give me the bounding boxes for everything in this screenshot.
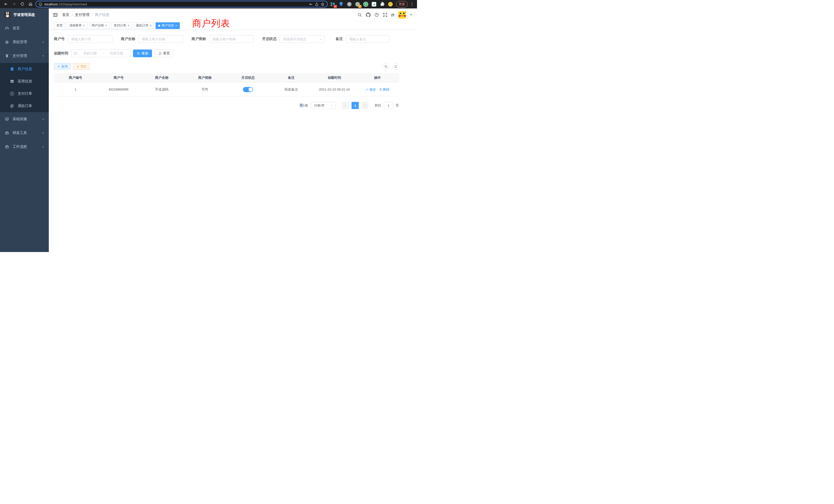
help-icon[interactable]: [374, 13, 379, 17]
filter-row-2: 创建时间 开始日期 - 结束日期 搜索 重置: [54, 49, 399, 57]
toggle-search-icon-button[interactable]: [382, 63, 389, 70]
user-avatar[interactable]: [398, 11, 406, 19]
start-date-placeholder[interactable]: 开始日期: [78, 51, 102, 56]
close-icon[interactable]: ×: [105, 24, 107, 27]
sidebar-item-home[interactable]: 首页: [0, 21, 49, 35]
command-glyph: ⌘: [348, 3, 351, 6]
field-label: 商户简称: [192, 37, 206, 41]
page-info-icon[interactable]: [39, 2, 42, 6]
extension-vault-icon[interactable]: 10: [330, 2, 336, 7]
filter-status: 开启状态: [262, 35, 325, 43]
end-date-placeholder[interactable]: 结束日期: [105, 51, 128, 56]
password-key-icon[interactable]: [309, 2, 313, 6]
table-tools: [382, 63, 399, 70]
sidebar-item-label: 工作流程: [13, 144, 27, 149]
tab-label: 流程表单: [69, 23, 82, 28]
extension-command-icon[interactable]: ⌘: [347, 2, 352, 7]
sidebar-item-system-management[interactable]: ⚙ 系统管理: [0, 35, 49, 49]
briefcase-icon: [5, 145, 9, 149]
remark-input[interactable]: [346, 35, 390, 43]
page-number-1[interactable]: 1: [352, 102, 359, 109]
extensions-puzzle-icon[interactable]: [379, 2, 385, 7]
goto-page-input[interactable]: [384, 102, 393, 109]
url-host: localhost: [44, 2, 58, 6]
browser-back-button[interactable]: [3, 1, 9, 7]
chrome-update-button[interactable]: 更新: [396, 1, 408, 7]
tab-payment-order[interactable]: 支付订单×: [111, 22, 132, 29]
close-icon[interactable]: ×: [83, 24, 85, 27]
tab-label: 退款订单: [136, 23, 148, 28]
sidebar-item-infrastructure[interactable]: 基础设施: [0, 112, 49, 126]
extension-v-icon[interactable]: V: [363, 2, 369, 7]
breadcrumb-section[interactable]: 支付管理: [75, 13, 89, 17]
sidebar-item-payment-management[interactable]: ¥ 支付管理: [0, 49, 49, 63]
font-size-icon[interactable]: tT: [391, 13, 394, 17]
sidebar-logo[interactable]: 芋道管理系统: [0, 8, 49, 21]
search-button-label: 搜索: [141, 51, 148, 56]
add-button[interactable]: 新增: [54, 63, 71, 70]
close-icon[interactable]: ×: [175, 24, 177, 27]
full-name-input[interactable]: [138, 35, 183, 43]
merchant-no-input[interactable]: [68, 35, 113, 43]
tab-refund-order[interactable]: 退款订单×: [133, 22, 154, 29]
tab-user-group[interactable]: 用户分组×: [89, 22, 110, 29]
cell-actions: 修改 删除: [356, 87, 399, 92]
browser-forward-button[interactable]: [11, 1, 18, 7]
close-icon[interactable]: ×: [127, 24, 129, 27]
prev-page-button[interactable]: [342, 102, 349, 109]
tab-process-form[interactable]: 流程表单×: [67, 22, 88, 29]
store-icon: [10, 67, 14, 71]
browser-home-button[interactable]: [27, 1, 34, 7]
extension-balloon-icon[interactable]: [338, 2, 344, 7]
page-unit-label: 页: [396, 103, 399, 108]
fullscreen-icon[interactable]: [383, 13, 388, 17]
delete-link-label: 删除: [383, 87, 390, 92]
extension-chat-icon[interactable]: [371, 2, 377, 7]
reset-button[interactable]: 重置: [155, 49, 174, 57]
sidebar-item-merchant-info[interactable]: 商户信息: [0, 63, 49, 75]
filter-merchant-no: 商户号: [54, 35, 113, 43]
v-glyph: V: [365, 3, 367, 6]
merchant-table: 商户编号 商户号 商户全称 商户简称 开启状态 备注 创建时间 操作 1 M23…: [54, 73, 399, 97]
sidebar-item-dev-tools[interactable]: 研发工具: [0, 126, 49, 140]
breadcrumb-home[interactable]: 首页: [62, 13, 69, 17]
toolbox-icon: [5, 131, 9, 135]
sidebar-item-app-info[interactable]: 应用信息: [0, 75, 49, 88]
export-button[interactable]: 导出: [73, 63, 90, 70]
extension-proxy-icon[interactable]: 1: [355, 2, 360, 7]
tab-label: 用户分组: [92, 23, 104, 28]
total-prefix: 共: [300, 104, 303, 107]
url-text: localhost:1024/pay/merchant: [44, 2, 307, 6]
cell-short-name: 芋艿: [183, 87, 226, 92]
refresh-icon-button[interactable]: [392, 63, 399, 70]
short-name-input[interactable]: [209, 35, 254, 43]
share-icon[interactable]: [315, 2, 319, 6]
page-size-select[interactable]: [311, 102, 336, 109]
header-search-icon[interactable]: [357, 13, 362, 17]
sidebar-item-workflow[interactable]: 工作流程: [0, 140, 49, 154]
sidebar-item-refund-orders[interactable]: 退款订单: [0, 100, 49, 112]
tab-merchant-info-active[interactable]: 商户信息×: [156, 22, 180, 29]
tab-home[interactable]: 首页: [54, 22, 65, 29]
logo-rabbit-image: [4, 12, 11, 18]
status-select[interactable]: [280, 35, 325, 43]
browser-profile-avatar[interactable]: [388, 2, 393, 7]
github-icon[interactable]: [366, 13, 371, 17]
bookmark-star-icon[interactable]: [321, 2, 325, 6]
browser-reload-button[interactable]: [19, 1, 26, 7]
avatar-caret-icon[interactable]: [410, 14, 412, 16]
hamburger-icon[interactable]: [52, 12, 58, 18]
date-range-picker[interactable]: 开始日期 - 结束日期: [71, 49, 130, 57]
status-toggle[interactable]: [243, 87, 253, 92]
next-page-button[interactable]: [361, 102, 369, 109]
close-icon[interactable]: ×: [150, 24, 152, 27]
address-bar[interactable]: localhost:1024/pay/merchant: [36, 1, 328, 7]
delete-link[interactable]: 删除: [379, 87, 390, 92]
browser-menu-icon[interactable]: [411, 3, 413, 6]
sidebar-item-label: 研发工具: [13, 131, 27, 135]
payment-submenu: 商户信息 应用信息 ¥ 支付订单: [0, 63, 49, 112]
column-header: 商户简称: [183, 75, 226, 80]
sidebar-item-payment-orders[interactable]: ¥ 支付订单: [0, 88, 49, 100]
search-button[interactable]: 搜索: [133, 49, 152, 57]
edit-link[interactable]: 修改: [366, 87, 376, 92]
